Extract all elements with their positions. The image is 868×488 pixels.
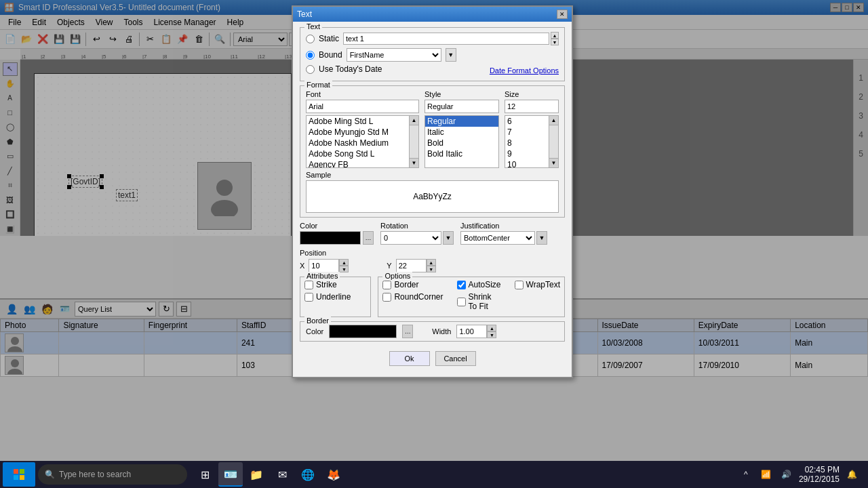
- text-scroll-down[interactable]: ▼: [551, 39, 559, 45]
- bound-row: Bound FirstName ▼: [306, 48, 559, 62]
- static-text-input[interactable]: [343, 33, 549, 45]
- font-input[interactable]: [306, 100, 419, 113]
- y-spin-up[interactable]: ▲: [427, 259, 436, 266]
- underline-checkbox[interactable]: [304, 293, 313, 302]
- border-color-label: Color: [306, 327, 323, 336]
- just-dropdown[interactable]: ▼: [536, 231, 547, 245]
- rotation-dropdown[interactable]: ▼: [443, 231, 454, 245]
- color-swatch[interactable]: [300, 231, 361, 245]
- size-item-9[interactable]: 9: [505, 148, 549, 159]
- font-item-1[interactable]: Adobe Ming Std L: [307, 116, 409, 127]
- size-scroll-down[interactable]: ▼: [549, 158, 558, 167]
- taskview-icon[interactable]: ⊞: [193, 462, 217, 487]
- bound-radio[interactable]: [306, 51, 315, 60]
- shrinktofit-checkbox[interactable]: [457, 298, 466, 306]
- autosize-checkbox[interactable]: [457, 281, 466, 289]
- width-spin-down[interactable]: ▼: [487, 331, 496, 338]
- justification-select[interactable]: BottomCenter: [460, 231, 535, 245]
- dialog-close-button[interactable]: ✕: [557, 9, 568, 19]
- tray-volume[interactable]: 🔊: [778, 466, 795, 483]
- style-input[interactable]: [425, 100, 499, 113]
- border-color-picker[interactable]: …: [402, 325, 413, 338]
- svg-rect-9: [20, 469, 24, 474]
- wraptext-checkbox[interactable]: [515, 281, 524, 289]
- underline-label[interactable]: Underline: [316, 292, 351, 302]
- strike-checkbox[interactable]: [304, 281, 313, 289]
- roundcorner-row: RoundCorner: [382, 292, 443, 302]
- rotation-select[interactable]: 0: [380, 231, 441, 245]
- autosize-label[interactable]: AutoSize: [469, 280, 501, 289]
- font-item-5[interactable]: Agency FB: [307, 159, 409, 168]
- cancel-button[interactable]: Cancel: [435, 351, 476, 366]
- static-label[interactable]: Static: [319, 34, 339, 43]
- font-col-label: Font: [306, 90, 419, 98]
- justification-group: Justification BottomCenter ▼: [460, 222, 547, 245]
- today-radio[interactable]: [306, 65, 315, 74]
- size-item-8[interactable]: 8: [505, 138, 549, 148]
- date-format-link[interactable]: Date Format Options: [490, 66, 559, 75]
- strike-row: Strike: [304, 280, 366, 289]
- taskbar-search[interactable]: 🔍 Type here to search: [38, 464, 187, 485]
- size-item-7[interactable]: 7: [505, 127, 549, 138]
- font-item-2[interactable]: Adobe Myungjo Std M: [307, 127, 409, 138]
- y-spin-down[interactable]: ▼: [427, 266, 436, 272]
- border-width-input[interactable]: [456, 325, 487, 338]
- x-spin-up[interactable]: ▲: [339, 259, 349, 266]
- tray-network[interactable]: 📶: [758, 466, 774, 483]
- x-spin-down[interactable]: ▼: [339, 266, 349, 272]
- today-label[interactable]: Use Today's Date: [319, 64, 382, 74]
- font-scroll-up[interactable]: ▲: [410, 116, 418, 125]
- style-list[interactable]: Regular Italic Bold Bold Italic: [425, 115, 499, 168]
- font-scroll-down[interactable]: ▼: [410, 158, 418, 167]
- tray-chevron[interactable]: ^: [738, 466, 754, 483]
- smartid-taskbar-icon[interactable]: 🪪: [218, 462, 243, 487]
- border-checkbox[interactable]: [382, 281, 391, 289]
- tray-clock[interactable]: 02:45 PM 29/12/2015: [799, 465, 840, 484]
- size-list[interactable]: 6 7 8 9 10 11 12: [505, 115, 549, 168]
- x-input[interactable]: [309, 259, 339, 272]
- strike-label[interactable]: Strike: [316, 280, 337, 289]
- size-input[interactable]: [505, 100, 559, 113]
- static-radio[interactable]: [306, 35, 315, 43]
- wraptext-label[interactable]: WrapText: [526, 280, 560, 289]
- tray-notification[interactable]: 🔔: [844, 466, 860, 483]
- options-label: Options: [382, 272, 412, 280]
- chrome-taskbar-icon[interactable]: 🌐: [296, 462, 320, 487]
- static-row: Static ▲ ▼: [306, 32, 559, 45]
- style-item-bold[interactable]: Bold: [425, 138, 498, 148]
- rotation-label: Rotation: [380, 222, 454, 230]
- style-item-bold-italic[interactable]: Bold Italic: [425, 148, 498, 159]
- svg-rect-10: [14, 475, 18, 480]
- border-color-swatch[interactable]: [329, 325, 397, 338]
- svg-rect-8: [14, 469, 18, 474]
- bound-label[interactable]: Bound: [319, 50, 342, 60]
- bound-dropdown[interactable]: ▼: [446, 48, 456, 62]
- size-scroll-up[interactable]: ▲: [549, 116, 558, 125]
- bound-select[interactable]: FirstName: [347, 48, 441, 62]
- font-list[interactable]: Adobe Ming Std L Adobe Myungjo Std M Ado…: [306, 115, 410, 168]
- roundcorner-checkbox[interactable]: [382, 293, 391, 302]
- underline-row: Underline: [304, 292, 366, 302]
- width-spin-up[interactable]: ▲: [487, 325, 496, 331]
- outlook-taskbar-icon[interactable]: ✉: [270, 462, 294, 487]
- y-input[interactable]: [396, 259, 427, 272]
- font-item-3[interactable]: Adobe Naskh Medium: [307, 138, 409, 148]
- text-scroll-up[interactable]: ▲: [551, 32, 559, 39]
- shrinktofit-label[interactable]: Shrink To Fit: [469, 292, 501, 311]
- border-label[interactable]: Border: [394, 280, 418, 289]
- justification-label: Justification: [460, 222, 547, 230]
- taskbar-pinned-icons: ⊞ 🪪 📁 ✉ 🌐 🦊: [193, 462, 346, 487]
- size-item-6[interactable]: 6: [505, 116, 549, 127]
- color-picker-button[interactable]: …: [363, 231, 374, 245]
- firefox-taskbar-icon[interactable]: 🦊: [321, 462, 346, 487]
- style-item-regular[interactable]: Regular: [425, 116, 498, 127]
- style-item-italic[interactable]: Italic: [425, 127, 498, 138]
- start-button[interactable]: [3, 462, 35, 487]
- font-item-4[interactable]: Adobe Song Std L: [307, 148, 409, 159]
- y-label: Y: [387, 262, 391, 270]
- size-item-10[interactable]: 10: [505, 159, 549, 168]
- explorer-taskbar-icon[interactable]: 📁: [244, 462, 269, 487]
- roundcorner-label[interactable]: RoundCorner: [394, 292, 443, 302]
- ok-button[interactable]: Ok: [389, 351, 430, 366]
- border-width-label: Width: [432, 327, 451, 336]
